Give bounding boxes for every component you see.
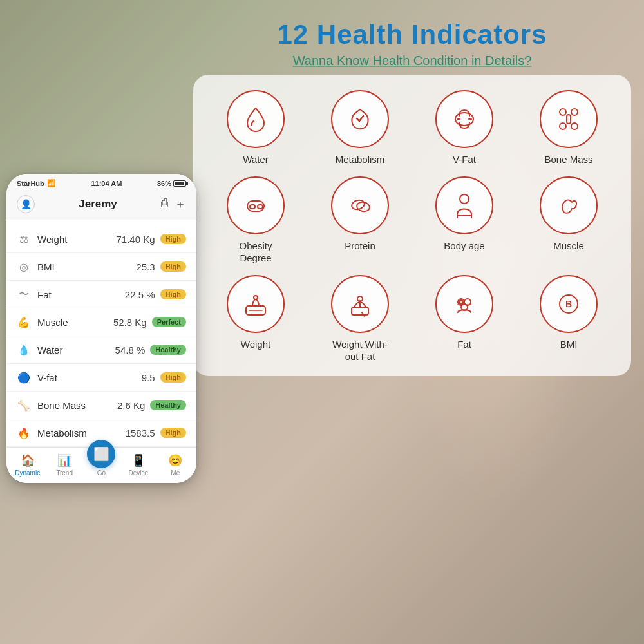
metric-value: 25.3 xyxy=(136,261,155,272)
metric-name: Bone Mass xyxy=(37,400,86,411)
vfat-icon-circle xyxy=(435,90,493,148)
metric-value: 71.40 Kg xyxy=(116,234,155,245)
metric-right: 71.40 Kg High xyxy=(116,234,186,245)
metric-right: 2.6 Kg Healthy xyxy=(117,400,186,411)
bonemass-icon-circle xyxy=(540,90,598,148)
metabolism-icon xyxy=(344,103,376,135)
fat-icon xyxy=(448,288,480,320)
nav-trend-label: Trend xyxy=(56,469,73,477)
wifi-icon: 📶 xyxy=(47,179,56,187)
status-badge: High xyxy=(160,428,186,438)
weight-icon xyxy=(240,288,272,320)
water-metric-icon: 💧 xyxy=(17,343,31,357)
battery-percent: 86% xyxy=(157,180,171,187)
metric-name: Water xyxy=(37,345,62,355)
phone-bottom-nav: 🏠 Dynamic 📊 Trend ⬜ Go 📱 Device 😊 Me xyxy=(6,447,196,483)
user-name: Jeremy xyxy=(79,198,117,211)
phone-status-bar: StarHub 📶 11:04 AM 86% xyxy=(6,174,196,190)
table-row: ⚖ Weight 71.40 Kg High xyxy=(6,225,196,253)
indicator-vfat[interactable]: V-Fat xyxy=(415,90,514,166)
table-row: 🦴 Bone Mass 2.6 Kg Healthy xyxy=(6,392,196,419)
bonemass-metric-icon: 🦴 xyxy=(17,398,31,412)
nav-dynamic[interactable]: 🏠 Dynamic xyxy=(12,453,44,477)
bonemass-label: Bone Mass xyxy=(544,153,592,166)
svg-rect-7 xyxy=(567,115,571,124)
battery-icon xyxy=(173,180,186,187)
bmi-label: BMI xyxy=(560,338,578,351)
nav-actions: ⎙ ＋ xyxy=(161,196,186,212)
nav-device[interactable]: 📱 Device xyxy=(122,453,155,477)
indicator-metabolism[interactable]: Metabolism xyxy=(310,90,410,166)
protein-icon xyxy=(344,189,376,222)
status-badge: Healthy xyxy=(150,345,186,355)
nav-device-label: Device xyxy=(129,469,149,477)
metric-left: 💪 Muscle xyxy=(17,315,68,329)
fat-label: Fat xyxy=(457,338,471,351)
metric-name: Fat xyxy=(37,289,52,300)
metric-name: Weight xyxy=(37,234,67,245)
indicator-bmi[interactable]: B BMI xyxy=(519,275,618,363)
phone-nav-bar: 👤 Jeremy ⎙ ＋ xyxy=(6,190,196,220)
nav-go[interactable]: ⬜ Go xyxy=(85,453,117,477)
phone-time: 11:04 AM xyxy=(91,180,122,187)
metric-left: 🔵 V-fat xyxy=(17,370,57,384)
share-icon[interactable]: ⎙ xyxy=(161,196,168,212)
me-icon: 😊 xyxy=(167,453,183,468)
table-row: ◎ BMI 25.3 High xyxy=(6,253,196,281)
obesity-icon-circle xyxy=(227,176,285,234)
metric-right: 9.5 High xyxy=(142,372,186,383)
indicators-grid: Water Metabolism xyxy=(193,75,631,376)
table-row: 💧 Water 54.8 % Healthy xyxy=(6,336,196,364)
indicator-obesity[interactable]: ObesityDegree xyxy=(206,176,305,265)
svg-point-3 xyxy=(560,109,566,115)
indicator-bodyage[interactable]: Body age xyxy=(415,176,514,265)
page-title: 12 Health Indicators xyxy=(193,19,631,50)
indicator-fat[interactable]: Fat xyxy=(415,275,514,363)
dynamic-icon: 🏠 xyxy=(20,453,35,468)
indicator-bonemass[interactable]: Bone Mass xyxy=(519,90,618,166)
nav-go-label: Go xyxy=(97,469,106,477)
phone-mockup: StarHub 📶 11:04 AM 86% 👤 Jeremy ⎙ ＋ ⚖ We… xyxy=(6,174,196,483)
user-avatar: 👤 xyxy=(17,195,35,213)
metric-left: ◎ BMI xyxy=(17,260,55,274)
svg-point-5 xyxy=(560,123,566,129)
nav-me[interactable]: 😊 Me xyxy=(159,453,191,477)
svg-point-4 xyxy=(571,109,578,115)
obesity-icon xyxy=(240,189,272,222)
bmi-metric-icon: ◎ xyxy=(17,260,31,274)
bodyage-icon xyxy=(448,189,480,222)
indicator-muscle[interactable]: Muscle xyxy=(519,176,618,265)
status-badge: High xyxy=(160,261,186,272)
fat-icon-circle xyxy=(435,275,493,333)
go-icon: ⬜ xyxy=(87,440,115,468)
svg-point-6 xyxy=(571,123,578,129)
metric-left: 〜 Fat xyxy=(17,287,52,301)
metabolism-icon-circle xyxy=(331,90,389,148)
indicator-weightnofat[interactable]: Weight With-out Fat xyxy=(310,275,410,363)
water-label: Water xyxy=(243,153,268,166)
metric-left: 🦴 Bone Mass xyxy=(17,398,86,412)
metric-right: 25.3 High xyxy=(136,261,186,272)
svg-text:B: B xyxy=(565,299,572,309)
indicator-water[interactable]: Water xyxy=(206,90,305,166)
metric-left: 🔥 Metabolism xyxy=(17,426,87,440)
bodyage-icon-circle xyxy=(435,176,493,234)
muscle-icon-circle xyxy=(540,176,598,234)
metric-value: 9.5 xyxy=(142,372,155,383)
vfat-metric-icon: 🔵 xyxy=(17,370,31,384)
status-badge: Healthy xyxy=(150,400,186,410)
metric-value: 54.8 % xyxy=(115,345,146,355)
indicator-weight[interactable]: Weight xyxy=(206,275,305,363)
metric-name: V-fat xyxy=(37,372,57,383)
fat-metric-icon: 〜 xyxy=(17,287,31,301)
obesity-label: ObesityDegree xyxy=(240,240,272,265)
indicator-protein[interactable]: Protein xyxy=(310,176,410,265)
bmi-icon: B xyxy=(553,288,585,320)
bmi-icon-circle: B xyxy=(540,275,598,333)
add-icon[interactable]: ＋ xyxy=(175,196,186,212)
nav-trend[interactable]: 📊 Trend xyxy=(48,453,80,477)
metric-right: 1583.5 High xyxy=(126,428,186,439)
protein-label: Protein xyxy=(345,240,375,252)
status-badge: Perfect xyxy=(152,317,186,327)
vfat-label: V-Fat xyxy=(453,153,476,166)
